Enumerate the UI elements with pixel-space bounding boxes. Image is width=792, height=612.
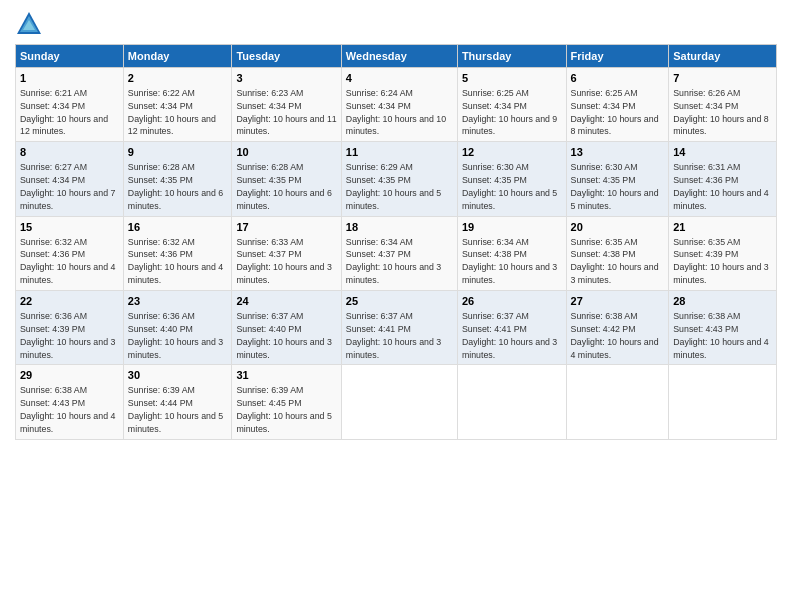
calendar-week-row: 8 Sunrise: 6:27 AMSunset: 4:34 PMDayligh… [16,142,777,216]
day-info: Sunrise: 6:26 AMSunset: 4:34 PMDaylight:… [673,88,768,137]
logo [15,10,47,38]
day-number: 13 [571,145,665,160]
day-number: 24 [236,294,336,309]
day-info: Sunrise: 6:38 AMSunset: 4:43 PMDaylight:… [673,311,768,360]
day-info: Sunrise: 6:28 AMSunset: 4:35 PMDaylight:… [236,162,331,211]
day-number: 8 [20,145,119,160]
day-info: Sunrise: 6:37 AMSunset: 4:41 PMDaylight:… [462,311,557,360]
day-number: 1 [20,71,119,86]
day-info: Sunrise: 6:25 AMSunset: 4:34 PMDaylight:… [462,88,557,137]
calendar-day-cell: 7 Sunrise: 6:26 AMSunset: 4:34 PMDayligh… [669,68,777,142]
calendar-day-cell: 3 Sunrise: 6:23 AMSunset: 4:34 PMDayligh… [232,68,341,142]
day-number: 28 [673,294,772,309]
calendar-day-cell: 4 Sunrise: 6:24 AMSunset: 4:34 PMDayligh… [341,68,457,142]
day-number: 25 [346,294,453,309]
day-number: 9 [128,145,228,160]
day-number: 15 [20,220,119,235]
weekday-header: Sunday [16,45,124,68]
day-info: Sunrise: 6:27 AMSunset: 4:34 PMDaylight:… [20,162,115,211]
calendar-day-cell: 12 Sunrise: 6:30 AMSunset: 4:35 PMDaylig… [457,142,566,216]
day-info: Sunrise: 6:36 AMSunset: 4:39 PMDaylight:… [20,311,115,360]
day-info: Sunrise: 6:30 AMSunset: 4:35 PMDaylight:… [571,162,659,211]
day-number: 22 [20,294,119,309]
day-info: Sunrise: 6:37 AMSunset: 4:40 PMDaylight:… [236,311,331,360]
day-number: 3 [236,71,336,86]
day-number: 17 [236,220,336,235]
calendar-week-row: 15 Sunrise: 6:32 AMSunset: 4:36 PMDaylig… [16,216,777,290]
day-info: Sunrise: 6:29 AMSunset: 4:35 PMDaylight:… [346,162,441,211]
day-number: 10 [236,145,336,160]
calendar-day-cell: 11 Sunrise: 6:29 AMSunset: 4:35 PMDaylig… [341,142,457,216]
day-info: Sunrise: 6:39 AMSunset: 4:44 PMDaylight:… [128,385,223,434]
day-number: 18 [346,220,453,235]
calendar-week-row: 1 Sunrise: 6:21 AMSunset: 4:34 PMDayligh… [16,68,777,142]
day-number: 29 [20,368,119,383]
day-info: Sunrise: 6:25 AMSunset: 4:34 PMDaylight:… [571,88,659,137]
day-info: Sunrise: 6:35 AMSunset: 4:38 PMDaylight:… [571,237,659,286]
calendar-day-cell: 15 Sunrise: 6:32 AMSunset: 4:36 PMDaylig… [16,216,124,290]
calendar-day-cell: 13 Sunrise: 6:30 AMSunset: 4:35 PMDaylig… [566,142,669,216]
day-number: 31 [236,368,336,383]
page-header [15,10,777,38]
day-number: 20 [571,220,665,235]
day-info: Sunrise: 6:34 AMSunset: 4:37 PMDaylight:… [346,237,441,286]
calendar-day-cell: 6 Sunrise: 6:25 AMSunset: 4:34 PMDayligh… [566,68,669,142]
day-number: 26 [462,294,562,309]
calendar-day-cell: 20 Sunrise: 6:35 AMSunset: 4:38 PMDaylig… [566,216,669,290]
calendar-day-cell: 27 Sunrise: 6:38 AMSunset: 4:42 PMDaylig… [566,291,669,365]
calendar-week-row: 29 Sunrise: 6:38 AMSunset: 4:43 PMDaylig… [16,365,777,439]
day-info: Sunrise: 6:22 AMSunset: 4:34 PMDaylight:… [128,88,216,137]
calendar-day-cell: 23 Sunrise: 6:36 AMSunset: 4:40 PMDaylig… [123,291,232,365]
day-info: Sunrise: 6:21 AMSunset: 4:34 PMDaylight:… [20,88,108,137]
calendar-day-cell: 18 Sunrise: 6:34 AMSunset: 4:37 PMDaylig… [341,216,457,290]
calendar-day-cell: 22 Sunrise: 6:36 AMSunset: 4:39 PMDaylig… [16,291,124,365]
calendar-day-cell: 21 Sunrise: 6:35 AMSunset: 4:39 PMDaylig… [669,216,777,290]
day-number: 30 [128,368,228,383]
calendar-day-cell: 17 Sunrise: 6:33 AMSunset: 4:37 PMDaylig… [232,216,341,290]
day-info: Sunrise: 6:32 AMSunset: 4:36 PMDaylight:… [128,237,223,286]
day-info: Sunrise: 6:38 AMSunset: 4:42 PMDaylight:… [571,311,659,360]
day-info: Sunrise: 6:34 AMSunset: 4:38 PMDaylight:… [462,237,557,286]
calendar-week-row: 22 Sunrise: 6:36 AMSunset: 4:39 PMDaylig… [16,291,777,365]
weekday-header: Wednesday [341,45,457,68]
calendar-page: SundayMondayTuesdayWednesdayThursdayFrid… [0,0,792,612]
calendar-day-cell [341,365,457,439]
day-info: Sunrise: 6:24 AMSunset: 4:34 PMDaylight:… [346,88,446,137]
calendar-day-cell: 8 Sunrise: 6:27 AMSunset: 4:34 PMDayligh… [16,142,124,216]
calendar-day-cell: 9 Sunrise: 6:28 AMSunset: 4:35 PMDayligh… [123,142,232,216]
calendar-day-cell: 16 Sunrise: 6:32 AMSunset: 4:36 PMDaylig… [123,216,232,290]
day-info: Sunrise: 6:30 AMSunset: 4:35 PMDaylight:… [462,162,557,211]
day-number: 21 [673,220,772,235]
day-number: 11 [346,145,453,160]
day-number: 19 [462,220,562,235]
calendar-table: SundayMondayTuesdayWednesdayThursdayFrid… [15,44,777,440]
day-number: 5 [462,71,562,86]
day-info: Sunrise: 6:32 AMSunset: 4:36 PMDaylight:… [20,237,115,286]
calendar-day-cell: 31 Sunrise: 6:39 AMSunset: 4:45 PMDaylig… [232,365,341,439]
day-number: 2 [128,71,228,86]
weekday-header: Friday [566,45,669,68]
day-info: Sunrise: 6:38 AMSunset: 4:43 PMDaylight:… [20,385,115,434]
weekday-header: Thursday [457,45,566,68]
calendar-day-cell: 26 Sunrise: 6:37 AMSunset: 4:41 PMDaylig… [457,291,566,365]
day-number: 6 [571,71,665,86]
calendar-day-cell: 25 Sunrise: 6:37 AMSunset: 4:41 PMDaylig… [341,291,457,365]
calendar-day-cell: 2 Sunrise: 6:22 AMSunset: 4:34 PMDayligh… [123,68,232,142]
logo-icon [15,10,43,38]
calendar-header-row: SundayMondayTuesdayWednesdayThursdayFrid… [16,45,777,68]
day-info: Sunrise: 6:39 AMSunset: 4:45 PMDaylight:… [236,385,331,434]
calendar-day-cell: 24 Sunrise: 6:37 AMSunset: 4:40 PMDaylig… [232,291,341,365]
day-number: 16 [128,220,228,235]
day-info: Sunrise: 6:31 AMSunset: 4:36 PMDaylight:… [673,162,768,211]
calendar-day-cell: 1 Sunrise: 6:21 AMSunset: 4:34 PMDayligh… [16,68,124,142]
day-info: Sunrise: 6:36 AMSunset: 4:40 PMDaylight:… [128,311,223,360]
calendar-day-cell: 29 Sunrise: 6:38 AMSunset: 4:43 PMDaylig… [16,365,124,439]
calendar-day-cell: 19 Sunrise: 6:34 AMSunset: 4:38 PMDaylig… [457,216,566,290]
calendar-day-cell: 30 Sunrise: 6:39 AMSunset: 4:44 PMDaylig… [123,365,232,439]
day-number: 7 [673,71,772,86]
day-number: 23 [128,294,228,309]
weekday-header: Tuesday [232,45,341,68]
day-info: Sunrise: 6:35 AMSunset: 4:39 PMDaylight:… [673,237,768,286]
calendar-day-cell [566,365,669,439]
weekday-header: Monday [123,45,232,68]
